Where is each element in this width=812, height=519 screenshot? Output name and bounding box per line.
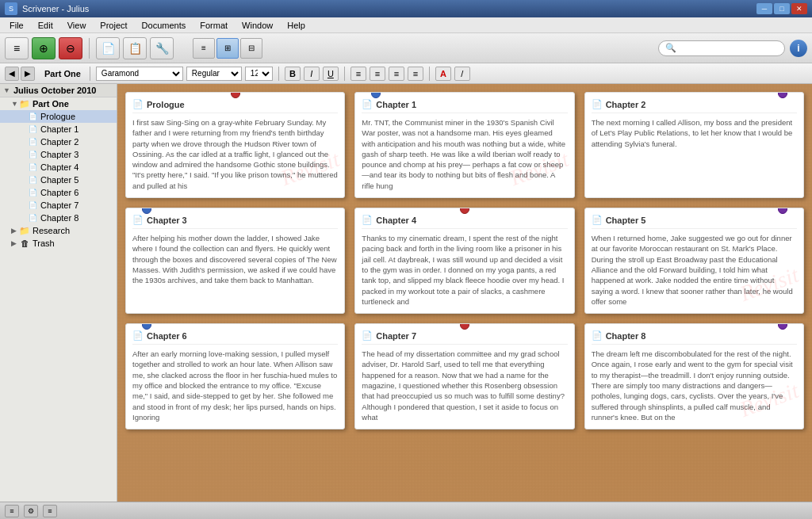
status-btn-2[interactable]: ⚙ — [24, 505, 38, 517]
search-box[interactable]: 🔍 — [658, 40, 785, 56]
menu-help[interactable]: Help — [281, 20, 312, 31]
sidebar-collapse-arrow[interactable]: ▼ — [3, 86, 10, 94]
sidebar-item-chapter1[interactable]: 📄 Chapter 1 — [0, 123, 117, 135]
sidebar-item-chapter5[interactable]: 📄 Chapter 5 — [0, 174, 117, 186]
copy-button[interactable]: 📋 — [123, 37, 147, 59]
card-doc-icon-chapter8: 📄 — [592, 330, 603, 341]
card-title-chapter2: Chapter 2 — [606, 100, 646, 109]
card-chapter2[interactable]: 📄 Chapter 2 The next morning I called Al… — [584, 92, 804, 198]
card-chapter3[interactable]: 📄 Chapter 3 After helping his mother dow… — [125, 208, 345, 314]
close-button[interactable]: ✕ — [791, 3, 807, 14]
main-content: ▼ Julius October 2010 ▼ 📁 Part One 📄 Pro… — [0, 84, 812, 502]
align-left-button[interactable]: ≡ — [350, 67, 366, 81]
settings-button[interactable]: 🔧 — [150, 37, 174, 59]
remove-button[interactable]: ⊖ — [59, 37, 82, 59]
nav-forward-button[interactable]: ▶ — [21, 67, 35, 81]
card-text-chapter3: After helping his mother down the ladder… — [132, 233, 338, 285]
format-separator-3 — [344, 67, 345, 81]
menu-documents[interactable]: Documents — [136, 20, 193, 31]
add-button[interactable]: ⊕ — [32, 37, 56, 59]
card-chapter6[interactable]: 📄 Chapter 6 After an early morning love-… — [125, 323, 345, 429]
menu-file[interactable]: File — [3, 20, 30, 31]
sidebar-item-chapter2[interactable]: 📄 Chapter 2 — [0, 135, 117, 148]
sidebar-item-part-one[interactable]: ▼ 📁 Part One — [0, 97, 117, 110]
doc-icon-chapter3: 📄 — [27, 149, 38, 160]
align-justify-button[interactable]: ≡ — [408, 67, 423, 81]
card-text-chapter6: After an early morning love-making sessi… — [132, 349, 338, 422]
menu-window[interactable]: Window — [236, 20, 279, 31]
trash-icon: 🗑 — [19, 238, 30, 249]
status-btn-3[interactable]: ≡ — [43, 505, 57, 517]
sidebar-item-trash[interactable]: ▶ 🗑 Trash — [0, 237, 117, 250]
card-doc-icon-chapter7: 📄 — [362, 330, 373, 341]
sidebar-item-chapter7[interactable]: 📄 Chapter 7 — [0, 199, 117, 212]
card-doc-icon-chapter5: 📄 — [592, 215, 603, 225]
size-select[interactable]: 12 — [245, 67, 273, 81]
outline-view-button[interactable]: ≡ — [193, 38, 215, 59]
corkboard-view-button[interactable]: ⊞ — [216, 38, 239, 59]
pin-chapter6 — [142, 323, 151, 330]
sidebar-toggle-button[interactable]: ≡ — [5, 37, 29, 59]
sidebar-part-one-label: Part One — [33, 99, 69, 109]
minimize-button[interactable]: ─ — [756, 3, 772, 14]
card-doc-icon-chapter4: 📄 — [362, 215, 373, 225]
align-right-button[interactable]: ≡ — [389, 67, 404, 81]
pin-chapter5 — [778, 208, 787, 214]
sidebar-item-chapter6[interactable]: 📄 Chapter 6 — [0, 186, 117, 199]
card-chapter8[interactable]: 📄 Chapter 8 The dream left me discombobu… — [584, 323, 804, 429]
card-header-chapter4: 📄 Chapter 4 — [362, 215, 567, 229]
pin-chapter2 — [778, 92, 787, 98]
card-doc-icon-prologue: 📄 — [132, 99, 144, 109]
pin-chapter8 — [778, 323, 787, 330]
app-icon: S — [5, 2, 17, 15]
card-title-prologue: Prologue — [147, 100, 185, 109]
info-button[interactable]: i — [790, 40, 807, 57]
font-select[interactable]: Garamond — [96, 67, 183, 81]
card-chapter1[interactable]: 📄 Chapter 1 Mr. TNT, the Communist miner… — [354, 92, 574, 198]
underline-button[interactable]: U — [323, 67, 339, 81]
card-title-chapter3: Chapter 3 — [147, 216, 187, 225]
sidebar-item-research[interactable]: ▶ 📁 Research — [0, 224, 117, 237]
card-doc-icon-chapter6: 📄 — [132, 330, 144, 341]
sidebar-chapter4-label: Chapter 4 — [40, 162, 79, 172]
scrivenings-view-button[interactable]: ⊟ — [240, 38, 262, 59]
card-header-chapter7: 📄 Chapter 7 — [362, 330, 567, 345]
menu-project[interactable]: Project — [94, 20, 133, 31]
card-chapter5[interactable]: 📄 Chapter 5 When I returned home, Jake s… — [584, 208, 804, 314]
format-separator-2 — [278, 67, 279, 81]
card-text-chapter4: Thanks to my cinematic dream, I spent th… — [362, 233, 567, 307]
card-prologue[interactable]: 📄 Prologue I first saw Sing-Sing on a gr… — [125, 92, 345, 198]
card-chapter7[interactable]: 📄 Chapter 7 The head of my dissertation … — [354, 323, 574, 429]
align-center-button[interactable]: ≡ — [370, 67, 385, 81]
format-separator-4 — [429, 67, 430, 81]
text-color-button[interactable]: A — [435, 67, 451, 81]
card-doc-icon-chapter3: 📄 — [132, 215, 144, 225]
highlight-button[interactable]: / — [454, 67, 470, 81]
sidebar-trash-label: Trash — [33, 239, 55, 248]
nav-back-button[interactable]: ◀ — [5, 67, 19, 81]
status-bar: ≡ ⚙ ≡ — [0, 502, 812, 519]
card-header-chapter6: 📄 Chapter 6 — [132, 330, 338, 345]
menu-edit[interactable]: Edit — [32, 20, 59, 31]
sidebar-item-chapter3[interactable]: 📄 Chapter 3 — [0, 148, 117, 161]
sidebar-item-prologue[interactable]: 📄 Prologue — [0, 110, 117, 123]
card-title-chapter1: Chapter 1 — [376, 100, 416, 109]
style-select[interactable]: Regular — [186, 67, 242, 81]
new-doc-button[interactable]: 📄 — [96, 37, 120, 59]
status-btn-1[interactable]: ≡ — [5, 505, 19, 517]
search-icon: 🔍 — [665, 43, 676, 53]
card-chapter4[interactable]: 📄 Chapter 4 Thanks to my cinematic dream… — [354, 208, 574, 314]
card-doc-icon-chapter1: 📄 — [362, 99, 373, 109]
menu-view[interactable]: View — [61, 20, 93, 31]
sidebar-chapter6-label: Chapter 6 — [40, 188, 79, 197]
menu-format[interactable]: Format — [193, 20, 234, 31]
card-doc-icon-chapter2: 📄 — [592, 99, 603, 109]
sidebar-item-chapter4[interactable]: 📄 Chapter 4 — [0, 161, 117, 174]
window-title: Scrivener - Julius — [22, 4, 752, 13]
sidebar-item-chapter8[interactable]: 📄 Chapter 8 — [0, 212, 117, 224]
doc-icon-chapter4: 📄 — [27, 162, 38, 173]
maximize-button[interactable]: □ — [774, 3, 790, 14]
bold-button[interactable]: B — [285, 67, 301, 81]
italic-button[interactable]: I — [304, 67, 320, 81]
breadcrumb-label: Part One — [44, 69, 81, 78]
